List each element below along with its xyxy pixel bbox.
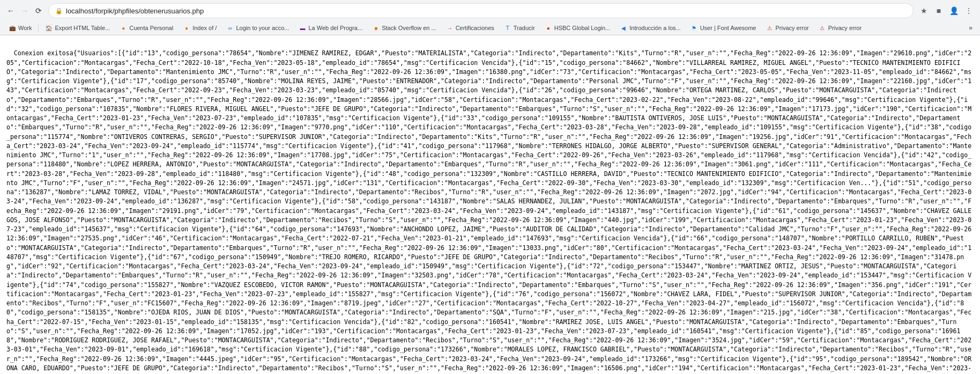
bookmark-privacy-error-2[interactable]: ⚠ Privacy error xyxy=(814,23,866,33)
bookmark-cuenta-personal-label: Cuenta Personal xyxy=(129,25,173,31)
forward-button[interactable]: → xyxy=(18,4,31,17)
bookmark-user-font-label: User | Font Awesome xyxy=(700,25,756,31)
index-of-icon: ● xyxy=(183,24,190,32)
introduccion-icon: ◀ xyxy=(620,24,627,32)
user-font-icon: ⚑ xyxy=(691,24,698,32)
bookmark-divider-1 xyxy=(38,24,39,32)
bookmark-certificaciones[interactable]: → Certificaciones xyxy=(442,23,499,33)
bookmark-index-of[interactable]: ● Index of / xyxy=(179,23,221,33)
bookmarks-bar: 💼 Work 🏠 Export HTML Table... ● Cuenta P… xyxy=(0,21,980,35)
stack-overflow-icon: ■ xyxy=(372,24,380,32)
bookmark-hsbc[interactable]: ● HSBC Global Login... xyxy=(540,23,615,33)
certificaciones-icon: → xyxy=(446,24,454,32)
profile-button[interactable]: 👤 xyxy=(947,4,961,18)
privacy-error-2-icon: ⚠ xyxy=(819,24,826,32)
browser-toolbar: ← → ⟳ 🔒 localhost/forpik/phpfiles/obtene… xyxy=(0,0,980,21)
la-web-icon: ▬ xyxy=(299,24,306,32)
bookmark-export-html[interactable]: 🏠 Export HTML Table... xyxy=(41,23,114,33)
privacy-error-1-icon: ⚠ xyxy=(766,24,773,32)
address-bar-url: localhost/forpik/phpfiles/obtenerusuario… xyxy=(66,7,907,15)
back-button[interactable]: ← xyxy=(4,4,17,17)
bookmark-la-web-label: La Web del Progra... xyxy=(308,25,362,31)
hsbc-icon: ● xyxy=(545,24,552,32)
bookmark-privacy-error-1[interactable]: ⚠ Privacy error xyxy=(761,23,813,33)
bookmark-export-html-label: Export HTML Table... xyxy=(55,25,110,31)
bookmark-traducir-label: Traducir xyxy=(514,25,535,31)
page-content: Conexion exitosa{"Usuarios":[{"id":"13",… xyxy=(6,49,975,372)
lock-icon: 🔒 xyxy=(55,8,63,14)
bookmark-login-label: Login to your acco... xyxy=(236,25,289,31)
bookmark-stack-overflow-label: Stack Overflow en ... xyxy=(382,25,436,31)
bookmark-traducir[interactable]: T Traducir xyxy=(500,23,539,33)
bookmark-certificaciones-label: Certificaciones xyxy=(456,25,494,31)
extensions-button[interactable]: ■ xyxy=(932,4,946,18)
bookmarks-more-button[interactable]: » xyxy=(966,23,976,33)
reload-button[interactable]: ⟳ xyxy=(32,4,45,17)
bookmark-introduccion-label: Introducción a los... xyxy=(629,25,680,31)
more-options-button[interactable]: ⋮ xyxy=(962,4,976,18)
address-bar[interactable]: 🔒 localhost/forpik/phpfiles/obtenerusuar… xyxy=(48,3,914,18)
work-icon: 💼 xyxy=(9,24,16,32)
bookmark-privacy-error-1-label: Privacy error xyxy=(775,25,808,31)
bookmark-index-of-label: Index of / xyxy=(192,25,217,31)
bookmark-cuenta-personal[interactable]: ● Cuenta Personal xyxy=(115,23,177,33)
browser-chrome: ← → ⟳ 🔒 localhost/forpik/phpfiles/obtene… xyxy=(0,0,980,35)
bookmark-work[interactable]: 💼 Work xyxy=(4,23,36,33)
login-icon: ∞ xyxy=(226,24,234,32)
bookmark-stack-overflow[interactable]: ■ Stack Overflow en ... xyxy=(368,23,440,33)
bookmark-hsbc-label: HSBC Global Login... xyxy=(554,25,611,31)
bookmark-introduccion[interactable]: ◀ Introducción a los... xyxy=(615,23,685,33)
bookmark-button[interactable]: ★ xyxy=(917,4,931,18)
cuenta-personal-icon: ● xyxy=(120,24,127,32)
browser-actions: ★ ■ 👤 ⋮ xyxy=(917,4,976,18)
traducir-icon: T xyxy=(504,24,511,32)
export-html-icon: 🏠 xyxy=(45,24,53,32)
bookmark-la-web[interactable]: ▬ La Web del Progra... xyxy=(294,23,367,33)
bookmark-login[interactable]: ∞ Login to your acco... xyxy=(222,23,293,33)
bookmark-user-font[interactable]: ⚑ User | Font Awesome xyxy=(686,23,761,33)
nav-buttons: ← → ⟳ xyxy=(4,4,45,17)
bookmark-privacy-error-2-label: Privacy error xyxy=(828,25,862,31)
bookmark-work-label: Work xyxy=(18,25,32,31)
content-area[interactable]: Conexion exitosa{"Usuarios":[{"id":"13",… xyxy=(0,35,980,372)
